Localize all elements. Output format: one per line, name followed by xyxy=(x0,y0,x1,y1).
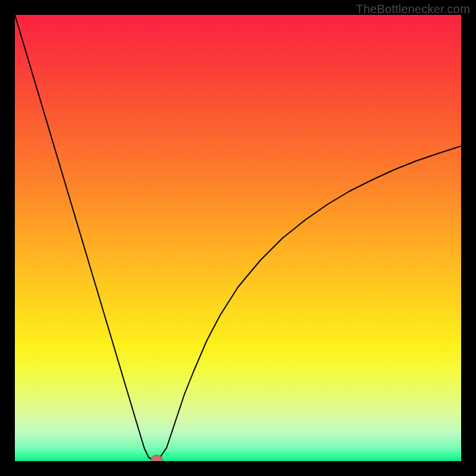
bottleneck-chart xyxy=(15,15,461,461)
chart-frame: TheBottlenecker.com xyxy=(0,0,476,476)
watermark-label: TheBottlenecker.com xyxy=(356,2,470,16)
plot-area xyxy=(15,15,461,461)
